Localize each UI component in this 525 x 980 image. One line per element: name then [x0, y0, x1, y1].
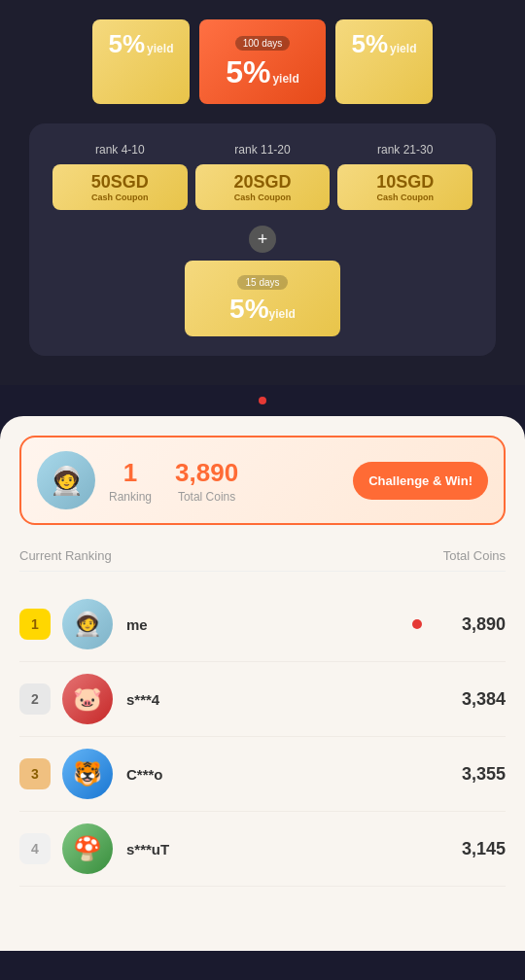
coupon-right: 5% yield — [335, 19, 433, 104]
rank-badge-1: 1 — [19, 609, 51, 640]
rank-card-4-10: rank 4-10 50SGD Cash Coupon — [52, 143, 188, 210]
tab-indicator — [0, 385, 525, 416]
user-coins-3: 3,355 — [438, 764, 506, 785]
expand-section: + — [49, 226, 476, 253]
rank-label-4-10: rank 4-10 — [52, 143, 188, 157]
my-coins-value: 3,890 — [175, 458, 238, 488]
top-section: 5% yield 100 days 5% yield 5% yield rank… — [0, 0, 525, 385]
table-header: Current Ranking Total Coins — [19, 548, 506, 572]
prize-type-21-30: Cash Coupon — [343, 192, 467, 202]
my-rank-label: Ranking — [109, 490, 152, 504]
user-avatar-4: 🍄 — [62, 823, 113, 874]
rank-badge-3: 3 — [19, 758, 51, 789]
rank-card-11-20: rank 11-20 20SGD Cash Coupon — [195, 143, 331, 210]
banner-stats: 1 Ranking 3,890 Total Coins — [109, 458, 339, 504]
user-name-4: s***uT — [126, 841, 438, 858]
my-ranking-banner: 🧑‍🚀 1 Ranking 3,890 Total Coins Challeng… — [19, 436, 506, 525]
user-name-2: s***4 — [126, 691, 438, 708]
user-name-3: C***o — [126, 766, 438, 783]
user-avatar-3: 🐯 — [62, 749, 113, 799]
my-rank-value: 1 — [109, 458, 152, 488]
my-avatar: 🧑‍🚀 — [37, 451, 95, 509]
rank-badge-2: 2 — [19, 683, 51, 715]
my-coins-stat: 3,890 Total Coins — [175, 458, 238, 504]
plus-button[interactable]: + — [249, 226, 276, 253]
prize-type-4-10: Cash Coupon — [58, 192, 182, 202]
rank-card-21-30: rank 21-30 10SGD Cash Coupon — [337, 143, 472, 210]
current-ranking-header: Current Ranking — [19, 548, 112, 563]
small-coupon-days: 15 days — [237, 275, 287, 290]
rank-prizes-row: rank 4-10 50SGD Cash Coupon rank 11-20 2… — [49, 143, 476, 210]
user-coins-4: 3,145 — [438, 839, 506, 859]
prize-box-11-20: 20SGD Cash Coupon — [195, 164, 331, 210]
my-rank-stat: 1 Ranking — [109, 458, 152, 504]
rank-label-11-20: rank 11-20 — [195, 143, 331, 157]
total-coins-header: Total Coins — [443, 548, 506, 563]
coupon-center: 100 days 5% yield — [199, 19, 326, 104]
prize-amount-21-30: 10SGD — [343, 172, 467, 192]
ranking-list: 1 🧑‍🚀 me 3,890 2 🐷 s***4 3,384 3 🐯 C***o… — [19, 587, 506, 887]
prize-box-4-10: 50SGD Cash Coupon — [52, 164, 188, 210]
rank-prizes-section: rank 4-10 50SGD Cash Coupon rank 11-20 2… — [29, 123, 496, 356]
challenge-button[interactable]: Challenge & Win! — [353, 462, 488, 500]
small-coupon: 15 days 5% yield — [185, 261, 340, 336]
prize-type-11-20: Cash Coupon — [201, 192, 325, 202]
user-name-1: me — [126, 616, 412, 633]
user-avatar-1: 🧑‍🚀 — [62, 599, 113, 649]
prize-amount-4-10: 50SGD — [58, 172, 182, 192]
active-tab-dot — [259, 397, 266, 404]
user-avatar-2: 🐷 — [62, 674, 113, 724]
user-coins-1: 3,890 — [438, 614, 506, 635]
live-dot-1 — [412, 619, 422, 629]
rank-badge-4: 4 — [19, 833, 51, 864]
ranking-item-3: 3 🐯 C***o 3,355 — [19, 737, 506, 812]
top-coupon-row: 5% yield 100 days 5% yield 5% yield — [19, 19, 506, 104]
ranking-item-1: 1 🧑‍🚀 me 3,890 — [19, 587, 506, 662]
ranking-item-4: 4 🍄 s***uT 3,145 — [19, 812, 506, 887]
prize-box-21-30: 10SGD Cash Coupon — [337, 164, 472, 210]
ranking-item-2: 2 🐷 s***4 3,384 — [19, 662, 506, 737]
rank-label-21-30: rank 21-30 — [337, 143, 472, 157]
user-coins-2: 3,384 — [438, 689, 506, 710]
coupon-left: 5% yield — [92, 19, 190, 104]
my-coins-label: Total Coins — [175, 490, 238, 504]
bottom-section: 🧑‍🚀 1 Ranking 3,890 Total Coins Challeng… — [0, 416, 525, 951]
days-badge-center: 100 days — [235, 36, 291, 51]
prize-amount-11-20: 20SGD — [201, 172, 325, 192]
